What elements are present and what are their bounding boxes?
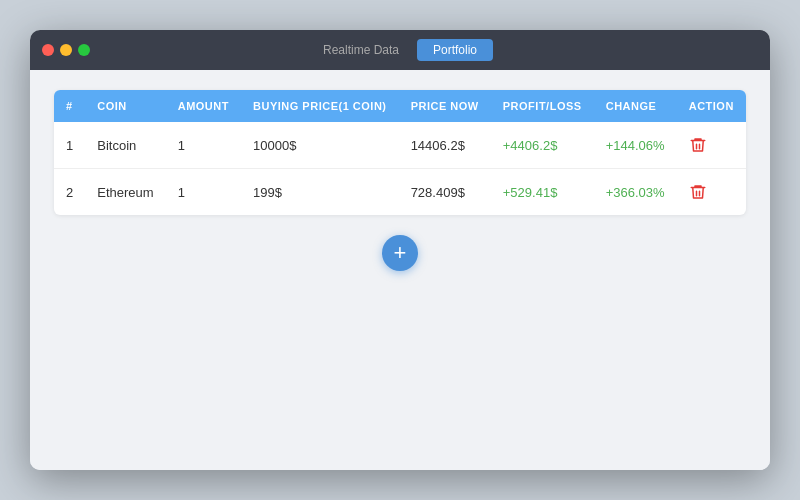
cell-coin: Bitcoin [85, 122, 165, 169]
tab-portfolio[interactable]: Portfolio [417, 39, 493, 61]
main-content: # COIN AMOUNT BUYING PRICE(1 COIN) PRICE… [30, 70, 770, 470]
cell-amount: 1 [166, 169, 241, 216]
tab-realtime[interactable]: Realtime Data [307, 39, 415, 61]
col-header-amount: AMOUNT [166, 90, 241, 122]
cell-coin: Ethereum [85, 169, 165, 216]
cell-action [677, 122, 746, 169]
col-header-buying-price: BUYING PRICE(1 COIN) [241, 90, 399, 122]
col-header-change: CHANGE [594, 90, 677, 122]
cell-profit-loss: +529.41$ [491, 169, 594, 216]
minimize-button[interactable] [60, 44, 72, 56]
titlebar: Realtime Data Portfolio [30, 30, 770, 70]
cell-index: 1 [54, 122, 85, 169]
delete-button[interactable] [689, 136, 707, 154]
cell-buying-price: 199$ [241, 169, 399, 216]
table-row: 2Ethereum1199$728.409$+529.41$+366.03% [54, 169, 746, 216]
cell-buying-price: 10000$ [241, 122, 399, 169]
tab-bar: Realtime Data Portfolio [307, 39, 493, 61]
col-header-coin: COIN [85, 90, 165, 122]
add-coin-button[interactable]: + [382, 235, 418, 271]
cell-change: +366.03% [594, 169, 677, 216]
cell-amount: 1 [166, 122, 241, 169]
cell-action [677, 169, 746, 216]
delete-button[interactable] [689, 183, 707, 201]
main-window: Realtime Data Portfolio # COIN AMOUNT BU… [30, 30, 770, 470]
col-header-index: # [54, 90, 85, 122]
cell-change: +144.06% [594, 122, 677, 169]
close-button[interactable] [42, 44, 54, 56]
cell-index: 2 [54, 169, 85, 216]
cell-price-now: 14406.2$ [399, 122, 491, 169]
cell-price-now: 728.409$ [399, 169, 491, 216]
add-button-container: + [54, 235, 746, 271]
cell-profit-loss: +4406.2$ [491, 122, 594, 169]
maximize-button[interactable] [78, 44, 90, 56]
table-row: 1Bitcoin110000$14406.2$+4406.2$+144.06% [54, 122, 746, 169]
traffic-lights [42, 44, 90, 56]
col-header-profit-loss: PROFIT/LOSS [491, 90, 594, 122]
portfolio-table: # COIN AMOUNT BUYING PRICE(1 COIN) PRICE… [54, 90, 746, 215]
col-header-price-now: PRICE NOW [399, 90, 491, 122]
table-header-row: # COIN AMOUNT BUYING PRICE(1 COIN) PRICE… [54, 90, 746, 122]
col-header-action: ACTION [677, 90, 746, 122]
